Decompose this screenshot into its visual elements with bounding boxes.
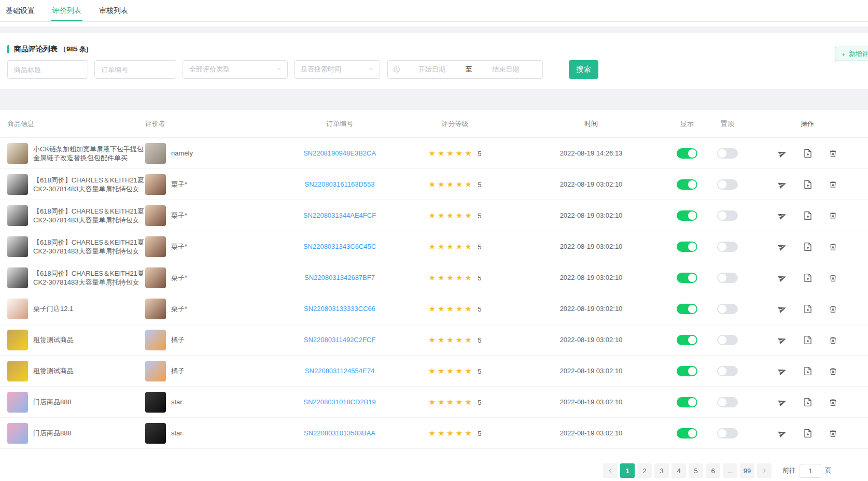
time-search-select[interactable]: 是否搜索时间 <box>294 60 380 79</box>
delete-icon[interactable] <box>829 243 837 251</box>
display-toggle[interactable] <box>677 304 697 314</box>
send-icon[interactable] <box>778 149 787 158</box>
file-add-icon[interactable] <box>804 180 811 189</box>
page-button-3[interactable]: 3 <box>654 463 669 478</box>
panel-title-row: 商品评论列表 （985 条) <box>0 33 868 54</box>
order-number-link[interactable]: SN2208190948E3B2CA <box>303 149 376 157</box>
page-button-99[interactable]: 99 <box>740 463 754 478</box>
pin-top-toggle[interactable] <box>717 335 738 345</box>
delete-icon[interactable] <box>829 180 837 189</box>
delete-icon[interactable] <box>829 429 837 437</box>
delete-icon[interactable] <box>829 367 837 375</box>
order-number-link[interactable]: SN22080311492C2FCF <box>304 336 376 344</box>
star-rating-icons: ★★★★★ <box>428 273 473 282</box>
display-toggle[interactable] <box>677 273 697 283</box>
order-number-link[interactable]: SN2208031343C6C45C <box>303 243 376 250</box>
display-toggle[interactable] <box>677 397 697 407</box>
send-icon[interactable] <box>778 274 787 282</box>
reviewer-avatar <box>145 174 166 195</box>
order-number-link[interactable]: SN2208031018CD2B19 <box>303 398 376 406</box>
delete-icon[interactable] <box>829 149 837 158</box>
table-body: 小CK链条加粗加宽单肩腋下包手提包金属链子改造替换包包配件单买 namely S… <box>0 138 868 449</box>
send-icon[interactable] <box>778 398 787 406</box>
review-type-select[interactable]: 全部评价类型 <box>183 60 288 79</box>
file-add-icon[interactable] <box>804 274 811 282</box>
end-date-input[interactable]: 结束日期 <box>474 65 538 74</box>
delete-icon[interactable] <box>829 274 837 282</box>
order-number-link[interactable]: SN2208031344AE4FCF <box>303 211 376 219</box>
pin-top-toggle[interactable] <box>717 397 738 407</box>
delete-icon[interactable] <box>829 211 837 220</box>
page-button-2[interactable]: 2 <box>637 463 652 478</box>
pin-top-toggle[interactable] <box>717 148 738 159</box>
tab-audit-list[interactable]: 审核列表 <box>98 0 129 21</box>
toggle-knob <box>688 180 696 189</box>
page-button-4[interactable]: 4 <box>671 463 686 478</box>
send-icon[interactable] <box>778 211 787 220</box>
pin-top-toggle[interactable] <box>717 210 738 221</box>
next-page-button[interactable] <box>757 463 772 478</box>
delete-icon[interactable] <box>829 305 837 313</box>
file-add-icon[interactable] <box>804 149 811 158</box>
reviewer-name: 栗子* <box>171 211 187 220</box>
file-add-icon[interactable] <box>804 398 811 406</box>
order-number-link[interactable]: SN2208031013503BAA <box>304 429 375 437</box>
file-add-icon[interactable] <box>804 305 811 313</box>
prev-page-button[interactable] <box>603 463 618 478</box>
table-row: 租赁测试商品 橘子 SN2208031124554E74 ★★★★★ 5 202… <box>0 356 868 387</box>
order-number-link[interactable]: SN2208031342687BF7 <box>304 274 375 281</box>
send-icon[interactable] <box>778 429 787 437</box>
review-time: 2022-08-19 03:02:10 <box>516 429 666 437</box>
file-add-icon[interactable] <box>804 429 811 437</box>
send-icon[interactable] <box>778 367 787 375</box>
order-number-link[interactable]: SN2208031124554E74 <box>305 367 374 375</box>
page-button-5[interactable]: 5 <box>689 463 703 478</box>
file-add-icon[interactable] <box>804 336 811 344</box>
date-range-picker[interactable]: 开始日期 至 结束日期 <box>387 60 543 79</box>
pin-top-toggle[interactable] <box>717 366 738 376</box>
display-toggle[interactable] <box>677 428 697 438</box>
order-number-input[interactable] <box>94 60 176 79</box>
start-date-input[interactable]: 开始日期 <box>400 65 464 74</box>
display-toggle[interactable] <box>677 210 697 221</box>
send-icon[interactable] <box>778 180 787 189</box>
tab-review-list[interactable]: 评价列表 <box>51 0 82 21</box>
send-icon[interactable] <box>778 243 787 251</box>
search-button[interactable]: 搜索 <box>569 60 598 79</box>
pin-top-toggle[interactable] <box>717 242 738 252</box>
product-name: 门店商品888 <box>33 398 145 406</box>
pin-top-toggle[interactable] <box>717 179 738 190</box>
pin-top-toggle[interactable] <box>717 304 738 314</box>
display-toggle[interactable] <box>677 366 697 376</box>
review-time: 2022-08-19 03:02:10 <box>516 274 666 281</box>
add-comment-button[interactable]: + 新增评论 <box>835 47 868 61</box>
send-icon[interactable] <box>778 336 787 344</box>
toggle-knob <box>718 305 726 313</box>
display-toggle[interactable] <box>677 148 697 159</box>
reviewer-name: 橘子 <box>171 366 185 376</box>
page-ellipsis-button[interactable]: ... <box>723 463 737 478</box>
product-title-input[interactable] <box>7 60 88 79</box>
delete-icon[interactable] <box>829 398 837 406</box>
display-toggle[interactable] <box>677 335 697 345</box>
page-buttons: 123456...99 <box>620 463 754 478</box>
order-number-link[interactable]: SN220803161163D553 <box>305 180 375 188</box>
delete-icon[interactable] <box>829 336 837 344</box>
col-header-actions: 操作 <box>747 119 868 129</box>
display-toggle[interactable] <box>677 179 697 190</box>
file-add-icon[interactable] <box>804 243 811 251</box>
tab-basic-settings[interactable]: 基础设置 <box>5 0 36 21</box>
goto-suffix: 页 <box>825 466 832 475</box>
page-button-6[interactable]: 6 <box>706 463 720 478</box>
pin-top-toggle[interactable] <box>717 273 738 283</box>
page-button-1[interactable]: 1 <box>620 463 635 478</box>
file-add-icon[interactable] <box>804 367 811 375</box>
product-thumbnail <box>7 236 28 257</box>
display-toggle[interactable] <box>677 242 697 252</box>
send-icon[interactable] <box>778 305 787 313</box>
pin-top-toggle[interactable] <box>717 428 738 438</box>
order-number-link[interactable]: SN220803133333CC66 <box>304 305 375 313</box>
review-time: 2022-08-19 03:02:10 <box>516 305 666 313</box>
file-add-icon[interactable] <box>804 211 811 220</box>
goto-page-input[interactable] <box>800 464 821 478</box>
